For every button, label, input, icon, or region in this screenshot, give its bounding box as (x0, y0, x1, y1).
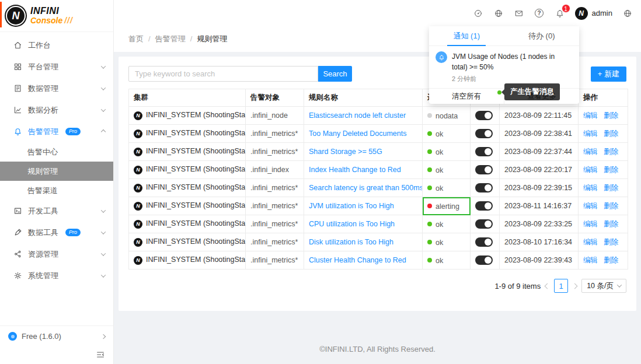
edit-link[interactable]: 编辑 (583, 256, 598, 264)
edit-link[interactable]: 编辑 (583, 202, 598, 210)
rule-name-link[interactable]: Search latency is great than 500ms (309, 184, 423, 192)
sidebar-item-data-management[interactable]: 数据管理 (0, 78, 113, 99)
delete-link[interactable]: 删除 (604, 111, 618, 120)
cluster-cell: NINFINI_SYSTEM (ShootingStar) (129, 179, 246, 197)
app-logo[interactable]: N INFINI Console/// (0, 0, 113, 32)
toggle-cell (471, 107, 500, 125)
toggle-cell (471, 161, 500, 179)
rules-table-body: NINFINI_SYSTEM (ShootingStar) .infini_no… (129, 107, 628, 270)
devtools-icon (13, 206, 22, 216)
delete-link[interactable]: 删除 (604, 184, 618, 192)
rule-name-link[interactable]: JVM utilization is Too High (309, 202, 394, 210)
clear-all-button[interactable]: 清空所有 (429, 89, 504, 104)
rule-name-link[interactable]: Shard Storage >= 55G (309, 148, 382, 156)
sidebar-item-alert-channels[interactable]: 告警渠道 (0, 181, 113, 200)
sidebar-item-alerting[interactable]: 告警管理 Pro (0, 121, 113, 142)
sidebar-item-platform[interactable]: 平台管理 (0, 56, 113, 78)
sidebar-item-system-management[interactable]: 系统管理 (0, 265, 113, 286)
new-rule-button[interactable]: + 新建 (591, 66, 626, 82)
version-label: Free (1.6.0) (22, 332, 61, 341)
edit-link[interactable]: 编辑 (583, 166, 598, 174)
sidebar-item-resource-management[interactable]: 资源管理 (0, 243, 113, 265)
header-target: 告警对象 (246, 89, 304, 107)
edit-link[interactable]: 编辑 (583, 111, 598, 120)
edit-link[interactable]: 编辑 (583, 238, 598, 246)
edit-link[interactable]: 编辑 (583, 148, 598, 156)
cluster-name: INFINI_SYSTEM (ShootingStar) (146, 201, 246, 209)
gauge-icon[interactable] (473, 8, 483, 19)
enable-toggle[interactable] (475, 219, 493, 229)
sidebar-item-data-analysis[interactable]: 数据分析 (0, 99, 113, 121)
enable-toggle[interactable] (475, 256, 493, 265)
rule-name-link[interactable]: Elasticsearch node left cluster (309, 111, 406, 120)
alert-target: .infini_index (246, 161, 304, 179)
collapse-sidebar-icon[interactable] (96, 350, 105, 361)
edit-link[interactable]: 编辑 (583, 184, 598, 192)
help-icon[interactable] (534, 8, 545, 19)
operations-cell: 编辑删除 (579, 251, 628, 270)
table-row: NINFINI_SYSTEM (ShootingStar) .infini_me… (129, 179, 628, 197)
delete-link[interactable]: 删除 (604, 130, 618, 138)
sidebar-item-data-tools[interactable]: 数据工具 Pro (0, 222, 113, 243)
rule-name-link[interactable]: CPU utilization is Too High (309, 220, 395, 228)
edit-link[interactable]: 编辑 (583, 220, 598, 228)
notification-item[interactable]: JVM Usage of Nodes (1 nodes in total) >=… (429, 46, 579, 88)
enable-toggle[interactable] (475, 147, 493, 156)
delete-link[interactable]: 删除 (604, 166, 618, 174)
prev-page-icon[interactable] (545, 283, 551, 289)
toggle-cell (471, 197, 500, 215)
rule-name-link[interactable]: Disk utilization is Too High (309, 238, 393, 246)
user-menu[interactable]: N admin (575, 7, 612, 20)
delete-link[interactable]: 删除 (604, 256, 618, 264)
home-icon (13, 41, 22, 50)
notification-bell-icon[interactable]: 1 (555, 8, 565, 19)
status-dot (427, 149, 432, 154)
sidebar-item-devtools[interactable]: 开发工具 (0, 200, 113, 222)
tab-todos[interactable]: 待办 (0) (504, 26, 580, 46)
enable-toggle[interactable] (475, 111, 493, 120)
cluster-name: INFINI_SYSTEM (ShootingStar) (146, 237, 246, 246)
rule-name-link[interactable]: Too Many Deleted Documents (309, 130, 406, 138)
enable-toggle[interactable] (475, 183, 493, 192)
mail-icon[interactable] (514, 8, 524, 19)
next-page-icon[interactable] (572, 283, 578, 289)
search-button[interactable]: Search (318, 66, 352, 82)
top-bar: 1 N admin (114, 0, 641, 26)
search-input[interactable] (128, 66, 318, 82)
status-text: ok (436, 130, 443, 138)
sidebar-item-workbench[interactable]: 工作台 (0, 34, 113, 56)
delete-link[interactable]: 删除 (604, 238, 618, 246)
language-globe-icon[interactable] (622, 8, 633, 19)
rule-name-link[interactable]: Cluster Health Change to Red (309, 256, 406, 264)
status-text: alerting (436, 202, 459, 210)
delete-link[interactable]: 删除 (604, 220, 618, 228)
cluster-cell: NINFINI_SYSTEM (ShootingStar) (129, 161, 246, 179)
platform-icon (13, 62, 22, 72)
breadcrumb-alerting[interactable]: 告警管理 (144, 34, 186, 44)
page-number[interactable]: 1 (554, 279, 568, 293)
delete-link[interactable]: 删除 (604, 202, 618, 210)
rule-name-link[interactable]: Index Health Change to Red (309, 166, 401, 174)
sidebar-item-rule-management[interactable]: 规则管理 (0, 162, 113, 181)
sidebar-item-alert-center[interactable]: 告警中心 (0, 142, 113, 162)
enable-toggle[interactable] (475, 165, 493, 174)
enable-toggle[interactable] (475, 237, 493, 247)
pagination-summary: 1-9 of 9 items (494, 282, 541, 290)
version-row[interactable]: Free (1.6.0) (0, 326, 113, 346)
cluster-cell: NINFINI_SYSTEM (ShootingStar) (129, 233, 246, 251)
breadcrumb-home[interactable]: 首页 (128, 34, 144, 44)
web-services-icon[interactable] (493, 8, 504, 19)
delete-link[interactable]: 删除 (604, 148, 618, 156)
enable-toggle[interactable] (475, 201, 493, 211)
updated-time: 2023-08-09 22:38:41 (500, 125, 579, 143)
enable-toggle[interactable] (475, 129, 493, 138)
tab-notifications[interactable]: 通知 (1) (429, 26, 504, 46)
cluster-logo-icon: N (134, 238, 142, 247)
cluster-cell: NINFINI_SYSTEM (ShootingStar) (129, 143, 246, 161)
edit-link[interactable]: 编辑 (583, 130, 598, 138)
chevron-down-icon (101, 229, 106, 234)
cluster-cell: NINFINI_SYSTEM (ShootingStar) (129, 197, 246, 215)
page-size-select[interactable]: 10 条/页 (581, 279, 626, 293)
table-row: NINFINI_SYSTEM (ShootingStar) .infini_me… (129, 197, 628, 215)
chevron-down-icon (101, 85, 106, 90)
